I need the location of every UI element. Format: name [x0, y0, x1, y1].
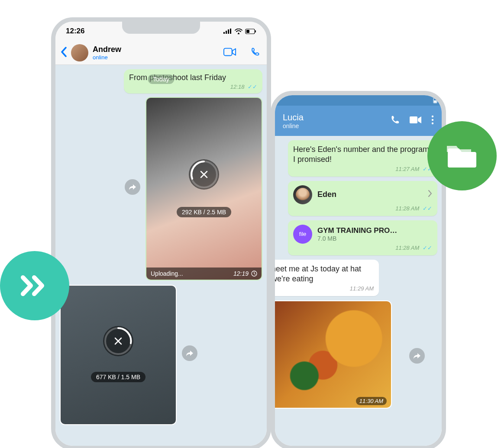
svg-rect-15: [410, 116, 417, 123]
svg-point-4: [238, 32, 239, 34]
message-file-attachment[interactable]: file GYM TRAINING PRO… 7.0 MB 11:28 AM ✓…: [288, 220, 437, 255]
contact-card-avatar: [293, 185, 312, 204]
status-time: 12:26: [66, 27, 84, 35]
read-ticks-icon: ✓✓: [423, 205, 432, 212]
ios-status-bar: 12:26: [55, 22, 267, 41]
download-progress-label: 677 KB / 1.5 MB: [91, 372, 145, 382]
chevron-right-icon: [428, 190, 432, 200]
voice-call-button[interactable]: [390, 115, 400, 127]
more-options-button[interactable]: [431, 115, 434, 126]
svg-rect-13: [434, 97, 436, 98]
contact-name-block[interactable]: Andrew online: [93, 45, 219, 61]
chat-header: Andrew online: [55, 41, 267, 65]
contact-avatar[interactable]: [71, 44, 88, 61]
message-time: 12:19: [233, 270, 249, 277]
contact-card-name: Eden: [317, 190, 423, 199]
contact-name: Lucia: [283, 113, 380, 122]
message-media-uploading[interactable]: 292 KB / 2.5 MB Uploading... 12:19: [145, 97, 262, 280]
message-time: 12:18: [230, 84, 245, 90]
svg-point-18: [432, 122, 433, 124]
message-time: 11:29 AM: [350, 285, 374, 292]
svg-rect-14: [434, 100, 436, 103]
message-photo-incoming[interactable]: 11:30 AM: [275, 300, 392, 409]
media-footer: Uploading... 12:19: [146, 268, 262, 280]
svg-rect-3: [230, 29, 231, 34]
more-vertical-icon: [431, 115, 434, 125]
forward-arrow-icon: [413, 352, 421, 359]
read-ticks-icon: ✓✓: [423, 245, 432, 251]
file-size: 7.0 MB: [317, 235, 432, 242]
contact-name: Andrew: [93, 45, 219, 54]
forward-arrow-icon: [186, 350, 194, 357]
wifi-icon: [235, 29, 242, 34]
svg-rect-7: [246, 30, 249, 33]
message-time: 11:27 AM: [395, 166, 419, 172]
video-call-button[interactable]: [223, 47, 236, 58]
photo-content: 292 KB / 2.5 MB: [146, 98, 262, 280]
decorative-badge-files: [427, 121, 497, 190]
download-cancel-button[interactable]: [103, 326, 133, 356]
contact-name-block[interactable]: Lucia online: [283, 113, 380, 129]
message-meta: 11:29 AM: [275, 285, 374, 292]
status-icons: [223, 29, 256, 34]
close-x-icon: [199, 170, 209, 179]
svg-point-16: [432, 116, 433, 117]
read-ticks-icon: ✓✓: [248, 84, 257, 90]
file-type-icon: file: [293, 225, 312, 244]
chat-body[interactable]: Today From photoshoot last Friday 12:18 …: [55, 65, 267, 446]
message-contact-card[interactable]: Eden 11:28 AM ✓✓: [288, 181, 437, 216]
forward-button[interactable]: [125, 179, 140, 195]
forward-button[interactable]: [409, 348, 425, 364]
decorative-badge-forward: [0, 251, 69, 320]
message-time: 11:28 AM: [395, 245, 419, 251]
double-chevron-right-icon: [19, 275, 50, 297]
svg-rect-0: [223, 32, 225, 34]
video-camera-icon: [223, 47, 236, 57]
message-bubble-incoming[interactable]: neet me at Js today at hat we're eating …: [275, 260, 379, 296]
message-meta: 11:27 AM ✓✓: [293, 166, 432, 172]
file-name: GYM TRAINING PRO…: [317, 226, 432, 235]
chat-body[interactable]: Here's Eden's number and the program I p…: [275, 136, 442, 446]
message-time: 11:28 AM: [395, 205, 419, 212]
forward-arrow-icon: [129, 184, 136, 190]
svg-rect-6: [255, 30, 256, 32]
phone-icon: [390, 115, 400, 125]
battery-icon: [245, 29, 256, 34]
back-button[interactable]: [61, 45, 67, 60]
message-meta: 11:28 AM ✓✓: [293, 245, 432, 251]
message-text: Here's Eden's number and the program I p…: [293, 145, 432, 165]
svg-rect-8: [224, 48, 232, 55]
close-x-icon: [113, 336, 123, 346]
video-call-button[interactable]: [410, 116, 422, 126]
folder-icon: [445, 142, 479, 169]
clock-icon: [251, 271, 257, 277]
voice-call-button[interactable]: [249, 47, 262, 58]
message-meta: 12:18 ✓✓: [129, 84, 257, 90]
notch: [122, 22, 200, 34]
upload-status: Uploading...: [151, 270, 183, 277]
message-text: neet me at Js today at hat we're eating: [275, 264, 374, 284]
message-bubble-outgoing[interactable]: Here's Eden's number and the program I p…: [288, 140, 437, 177]
date-separator: Today: [148, 74, 174, 84]
cellular-signal-icon: [223, 29, 232, 34]
message-meta: 11:28 AM ✓✓: [293, 205, 432, 212]
upload-cancel-button[interactable]: [189, 159, 219, 190]
phone-mockup-android: Lucia online Here's Eden's number and th…: [271, 91, 446, 448]
android-status-bar: [275, 95, 442, 106]
svg-point-17: [432, 119, 433, 121]
chat-header: Lucia online: [275, 106, 442, 136]
message-media-downloading[interactable]: 677 KB / 1.5 MB: [60, 285, 177, 425]
phone-mockup-ios: 12:26 Andrew online: [51, 17, 271, 448]
svg-rect-1: [226, 31, 227, 34]
message-bubble-outgoing[interactable]: From photoshoot last Friday 12:18 ✓✓: [124, 69, 262, 93]
photo-blurred: 677 KB / 1.5 MB: [61, 286, 176, 424]
chevron-left-icon: [61, 47, 67, 57]
contact-status: online: [93, 54, 219, 61]
phone-icon: [249, 47, 262, 57]
contact-status: online: [283, 122, 380, 129]
svg-rect-2: [228, 29, 229, 34]
message-time: 11:30 AM: [356, 397, 387, 405]
forward-button[interactable]: [182, 345, 197, 361]
video-camera-icon: [410, 116, 422, 124]
upload-progress-label: 292 KB / 2.5 MB: [177, 207, 231, 217]
